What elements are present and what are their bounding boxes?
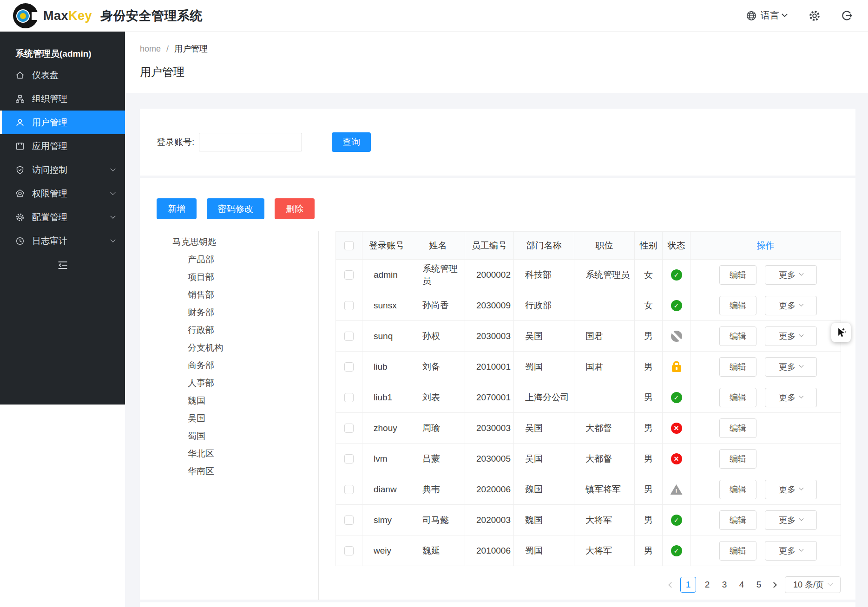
breadcrumb-home-link[interactable]: home <box>140 44 161 54</box>
cell-name: 系统管理员 <box>411 260 465 290</box>
sidebar-item-access-control[interactable]: 访问控制 <box>0 158 125 182</box>
tree-caret-icon[interactable] <box>178 309 185 316</box>
tree-caret-icon[interactable] <box>178 256 185 263</box>
sidebar-item-organizations[interactable]: 组织管理 <box>0 87 125 111</box>
more-button[interactable]: 更多 <box>765 326 817 346</box>
select-all-checkbox[interactable] <box>344 241 354 250</box>
tree-caret-icon[interactable] <box>162 239 170 245</box>
row-checkbox[interactable] <box>344 301 354 310</box>
edit-button[interactable]: 编辑 <box>719 296 756 315</box>
language-menu[interactable]: 语言 <box>745 9 787 22</box>
tree-node[interactable]: 华北区 <box>140 445 318 463</box>
chevron-down-icon <box>799 302 804 307</box>
tree-node[interactable]: 产品部 <box>140 251 318 268</box>
tree-node[interactable]: 蜀国 <box>140 427 318 445</box>
query-button[interactable]: 查询 <box>332 132 371 152</box>
edit-button[interactable]: 编辑 <box>719 418 756 438</box>
logout-icon[interactable] <box>841 9 853 22</box>
tree-node[interactable]: 财务部 <box>140 304 318 321</box>
more-button[interactable]: 更多 <box>765 541 817 561</box>
tree-node[interactable]: 魏国 <box>140 392 318 410</box>
tree-node[interactable]: 吴国 <box>140 410 318 427</box>
settings-gear-icon[interactable] <box>808 9 821 22</box>
more-button[interactable]: 更多 <box>765 480 817 499</box>
page-size-select[interactable]: 10 条/页 <box>785 576 841 593</box>
magic-cursor-icon <box>835 326 848 339</box>
more-button[interactable]: 更多 <box>765 296 817 315</box>
more-button[interactable]: 更多 <box>765 357 817 377</box>
tree-node-label: 产品部 <box>188 254 214 266</box>
delete-button[interactable]: 删除 <box>275 198 315 219</box>
edit-button[interactable]: 编辑 <box>719 388 756 407</box>
page-number-button[interactable]: 1 <box>680 577 696 593</box>
row-checkbox[interactable] <box>344 332 354 341</box>
tree-node[interactable]: 分支机构 <box>140 339 318 357</box>
edit-button[interactable]: 编辑 <box>719 480 756 499</box>
sidebar-item-configuration[interactable]: 配置管理 <box>0 205 125 229</box>
tree-node[interactable]: 华南区 <box>140 463 318 480</box>
tree-caret-icon[interactable] <box>178 380 185 386</box>
tree-caret-icon[interactable] <box>178 274 185 281</box>
cell-employee-id: 2030003 <box>465 321 514 352</box>
row-checkbox[interactable] <box>344 270 354 280</box>
row-checkbox[interactable] <box>344 362 354 372</box>
row-checkbox[interactable] <box>344 516 354 525</box>
page-number-button[interactable]: 2 <box>701 577 713 593</box>
edit-button[interactable]: 编辑 <box>719 449 756 469</box>
cell-actions: 编辑 更多 <box>690 535 841 566</box>
users-panel: 新增 密码修改 删除 马克思钥匙 <box>140 178 855 600</box>
edit-button[interactable]: 编辑 <box>719 265 756 285</box>
cell-position <box>574 382 635 413</box>
tree-caret-icon[interactable] <box>178 450 185 457</box>
row-checkbox[interactable] <box>344 424 354 433</box>
chevron-down-icon <box>799 271 804 276</box>
table-row: liub1 刘表 2070001 上海分公司 男 <box>336 382 841 413</box>
tree-node[interactable]: 人事部 <box>140 374 318 392</box>
tree-caret-icon[interactable] <box>178 433 185 439</box>
prev-page-button[interactable] <box>667 581 675 589</box>
tree-caret-icon[interactable] <box>178 398 185 404</box>
edit-button[interactable]: 编辑 <box>719 510 756 530</box>
tree-caret-icon[interactable] <box>178 327 185 333</box>
edit-button[interactable]: 编辑 <box>719 326 756 346</box>
tree-caret-icon[interactable] <box>178 415 185 422</box>
tree-node[interactable]: 马克思钥匙 <box>140 233 318 251</box>
tree-caret-icon[interactable] <box>178 292 185 298</box>
row-checkbox[interactable] <box>344 393 354 402</box>
more-button[interactable]: 更多 <box>765 388 817 407</box>
tree-caret-icon[interactable] <box>178 362 185 369</box>
cell-position: 系统管理员 <box>574 260 635 290</box>
tree-caret-icon[interactable] <box>178 468 185 475</box>
page-number-button[interactable]: 3 <box>718 577 730 593</box>
next-page-button[interactable] <box>770 581 778 589</box>
row-checkbox[interactable] <box>344 454 354 463</box>
more-button[interactable]: 更多 <box>765 265 817 285</box>
more-button[interactable]: 更多 <box>765 510 817 530</box>
row-checkbox[interactable] <box>344 485 354 494</box>
tree-caret-icon[interactable] <box>178 345 185 351</box>
edit-button[interactable]: 编辑 <box>719 541 756 561</box>
cell-gender: 女 <box>635 290 663 321</box>
row-checkbox[interactable] <box>344 546 354 555</box>
sidebar-item-dashboard[interactable]: 仪表盘 <box>0 63 125 87</box>
tree-node[interactable]: 商务部 <box>140 357 318 374</box>
page-number-button[interactable]: 5 <box>753 577 765 593</box>
table-row: dianw 典韦 2020006 魏国 镇军将军 男 <box>336 474 841 505</box>
cell-department: 吴国 <box>514 413 574 444</box>
cell-department: 吴国 <box>514 321 574 352</box>
sidebar-item-permissions[interactable]: 权限管理 <box>0 182 125 205</box>
add-user-button[interactable]: 新增 <box>157 198 197 219</box>
edit-button[interactable]: 编辑 <box>719 357 756 377</box>
sidebar-item-users[interactable]: 用户管理 <box>0 111 125 134</box>
tree-node[interactable]: 销售部 <box>140 286 318 304</box>
chevron-down-icon <box>799 516 804 521</box>
sidebar-item-audit-logs[interactable]: 日志审计 <box>0 229 125 253</box>
tree-node[interactable]: 行政部 <box>140 321 318 339</box>
login-account-input[interactable] <box>199 133 302 151</box>
cell-position: 国君 <box>574 321 635 352</box>
collapse-sidebar-button[interactable] <box>0 259 125 271</box>
change-password-button[interactable]: 密码修改 <box>207 198 264 219</box>
tree-node[interactable]: 项目部 <box>140 268 318 286</box>
sidebar-item-applications[interactable]: 应用管理 <box>0 134 125 158</box>
page-number-button[interactable]: 4 <box>736 577 748 593</box>
